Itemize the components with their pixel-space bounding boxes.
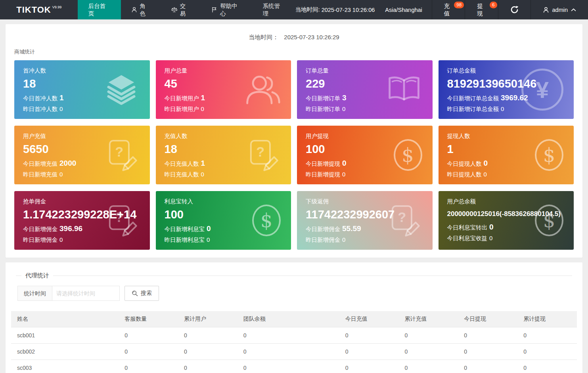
stat-card: 用户充值5650今日新增充值2000昨日新增充值0? xyxy=(14,126,150,184)
table-cell: 0 xyxy=(398,360,458,373)
table-cell: 0 xyxy=(178,344,237,360)
nav-item-交易[interactable]: 交易 xyxy=(161,0,201,19)
timezone-label: Asia/Shanghai xyxy=(385,7,422,13)
agent-table: 姓名客服数量累计用户团队余额今日充值累计充值今日提现累计提现 scb001000… xyxy=(11,311,577,373)
users-icon xyxy=(244,73,281,107)
book-icon xyxy=(386,73,422,107)
table-cell: 0 xyxy=(237,344,339,360)
refresh-icon xyxy=(510,6,519,14)
table-cell: 0 xyxy=(517,327,577,344)
table-cell: 0 xyxy=(458,360,517,373)
table-row: scb0010000000 xyxy=(11,327,577,344)
doc-icon: ? xyxy=(103,138,140,172)
section-title-agent-stats: 代理统计 xyxy=(21,272,53,279)
table-cell: 0 xyxy=(178,360,237,373)
chevron-up-icon xyxy=(571,8,576,11)
table-cell: 0 xyxy=(339,327,399,344)
recharge-button[interactable]: 充值 98 xyxy=(432,0,465,19)
local-time-label: 当地时间: xyxy=(295,6,320,13)
table-cell: 0 xyxy=(237,360,339,373)
nav-item-角色[interactable]: 角色 xyxy=(121,0,161,19)
svg-text:?: ? xyxy=(256,144,264,159)
doc-icon: ? xyxy=(244,138,281,172)
table-cell: 0 xyxy=(339,360,399,373)
doc-icon: ? xyxy=(386,203,422,237)
search-button[interactable]: 搜索 xyxy=(124,286,159,301)
user-icon xyxy=(543,7,549,13)
nav-item-label: 系统管理 xyxy=(263,2,285,17)
nav-menu: 后台首页角色交易帮助中心系统管理 xyxy=(78,0,295,19)
nav-item-后台首页[interactable]: 后台首页 xyxy=(78,0,121,19)
table-cell: scb002 xyxy=(11,344,119,360)
table-header-cell: 今日提现 xyxy=(458,311,517,327)
nav-item-label: 后台首页 xyxy=(88,2,110,17)
person-icon xyxy=(131,7,137,13)
table-cell: sc003 xyxy=(11,360,119,373)
table-header-cell: 姓名 xyxy=(11,311,119,327)
username: admin xyxy=(552,7,568,13)
app-logo-text: TIKTOK xyxy=(16,5,51,15)
stat-card: 下级返佣11742232992607今日新增佣金55.59昨日新增佣金0? xyxy=(297,191,433,250)
table-header-row: 姓名客服数量累计用户团队余额今日充值累计充值今日提现累计提现 xyxy=(11,311,577,327)
table-row: scb0020000000 xyxy=(11,344,577,360)
local-time-display: 当地时间：2025-07-23 10:26:29 xyxy=(14,31,574,48)
table-header-cell: 累计充值 xyxy=(398,311,458,327)
stat-card: 首冲人数18今日首冲人数1昨日首冲人数0 xyxy=(14,60,150,119)
table-cell: 0 xyxy=(339,344,399,360)
stats-grid: 首冲人数18今日首冲人数1昨日首冲人数0用户总量45今日新增用户1昨日新增用户0… xyxy=(14,60,574,250)
stat-card: 充值人数18今日充值人数1昨日充值人数0? xyxy=(156,126,291,184)
nav-item-label: 帮助中心 xyxy=(220,2,242,17)
stat-card: 用户总量45今日新增用户1昨日新增用户0 xyxy=(156,60,291,119)
dollar-icon: $ xyxy=(535,205,563,236)
table-header-cell: 团队余额 xyxy=(237,311,339,327)
doc-icon: ? xyxy=(103,203,140,237)
withdraw-button[interactable]: 提现 6 xyxy=(465,0,498,19)
section-title-mall-stats: 商城统计 xyxy=(14,48,574,55)
stat-card: 利息宝转入100今日新增利息宝0昨日新增利息宝0$ xyxy=(156,191,291,250)
table-cell: 0 xyxy=(517,360,577,373)
table-header-cell: 今日充值 xyxy=(339,311,399,327)
stat-card: 提现人数1今日提现人数0昨日提现人数0$ xyxy=(439,126,574,184)
admin-menu[interactable]: admin xyxy=(531,0,588,19)
agent-filter-form: 统计时间 搜索 xyxy=(17,286,572,301)
table-cell: 0 xyxy=(398,327,458,344)
stat-card-line2: 昨日新增利息宝0 xyxy=(165,236,283,244)
stat-time-input[interactable] xyxy=(52,286,120,301)
recharge-label: 充值 xyxy=(444,2,453,17)
table-cell: 0 xyxy=(458,327,517,344)
table-cell: scb001 xyxy=(11,327,119,344)
table-header-cell: 累计用户 xyxy=(178,311,237,327)
table-cell: 0 xyxy=(119,360,178,373)
search-icon xyxy=(132,290,138,296)
recharge-badge: 98 xyxy=(454,2,464,8)
agent-panel: 代理统计 统计时间 搜索 姓名客服数量累计用户团队余额今日充值累计充值今日提现累… xyxy=(6,262,582,373)
refresh-button[interactable] xyxy=(498,0,531,19)
table-body: scb0010000000scb0020000000sc0030000000 xyxy=(11,327,577,373)
table-cell: 0 xyxy=(517,344,577,360)
app-version: V9.99 xyxy=(52,5,62,9)
navbar-local-time: 当地时间: 2025-07-23 10:26:06 Asia/Shanghai xyxy=(295,0,432,19)
stat-card-line2: 昨日新增提现0 xyxy=(306,171,424,178)
scales-icon xyxy=(171,7,177,13)
table-header-cell: 客服数量 xyxy=(119,311,178,327)
svg-text:?: ? xyxy=(398,210,406,225)
table-cell: 0 xyxy=(458,344,517,360)
stat-card: 抢单佣金1.174223299228E+14今日新增佣金396.96昨日新增佣金… xyxy=(14,191,150,250)
dollar-icon: $ xyxy=(535,139,563,171)
app-logo[interactable]: TIKTOKV9.99 xyxy=(0,0,78,19)
stat-card-line2: 昨日提现人数0 xyxy=(447,171,565,178)
withdraw-badge: 6 xyxy=(490,2,497,8)
layers-icon xyxy=(103,73,140,107)
stat-card: 订单总金额81929139650146今日新增订单总金额3969.62昨日新增订… xyxy=(439,60,574,119)
local-time-display-label: 当地时间： xyxy=(249,34,278,40)
dollar-icon: $ xyxy=(394,139,422,171)
yuan-icon: ¥ xyxy=(521,69,563,111)
table-cell: 0 xyxy=(237,327,339,344)
table-cell: 0 xyxy=(398,344,458,360)
stat-card: 用户总余额20000000125016(-8583626880104.5)今日利… xyxy=(439,191,574,250)
agent-stats-fieldset: 代理统计 统计时间 搜索 xyxy=(16,272,572,311)
nav-item-帮助中心[interactable]: 帮助中心 xyxy=(201,0,252,19)
top-navbar: TIKTOKV9.99 后台首页角色交易帮助中心系统管理 当地时间: 2025-… xyxy=(0,0,588,19)
nav-item-系统管理[interactable]: 系统管理 xyxy=(253,0,295,19)
local-time-display-value: 2025-07-23 10:26:29 xyxy=(284,34,339,40)
